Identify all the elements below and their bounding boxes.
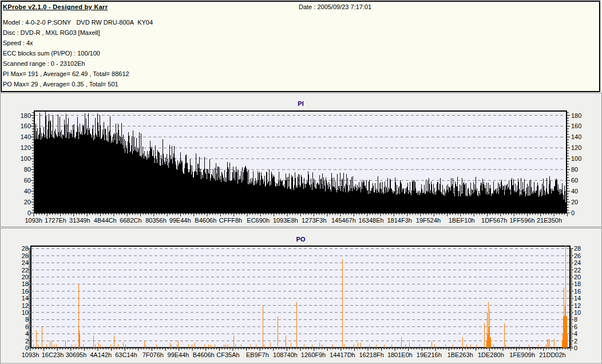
svg-text:14: 14 bbox=[22, 295, 29, 302]
svg-text:16348Eh: 16348Eh bbox=[359, 217, 384, 224]
svg-text:2: 2 bbox=[25, 338, 29, 345]
svg-text:4: 4 bbox=[25, 330, 29, 337]
svg-text:1FF596h: 1FF596h bbox=[509, 217, 534, 224]
svg-text:14: 14 bbox=[574, 295, 581, 302]
svg-text:140: 140 bbox=[571, 133, 581, 140]
svg-text:1093h: 1093h bbox=[25, 217, 43, 224]
svg-text:18: 18 bbox=[22, 280, 29, 287]
svg-text:19E216h: 19E216h bbox=[417, 351, 442, 358]
svg-text:12: 12 bbox=[22, 302, 29, 309]
svg-text:CFFF8h: CFFF8h bbox=[219, 217, 242, 224]
svg-text:0: 0 bbox=[27, 209, 31, 216]
svg-text:Speed : 4x: Speed : 4x bbox=[3, 39, 33, 46]
svg-text:99E44h: 99E44h bbox=[169, 217, 191, 224]
svg-text:1BE263h: 1BE263h bbox=[447, 351, 473, 358]
svg-text:1260F9h: 1260F9h bbox=[301, 351, 326, 358]
svg-text:28: 28 bbox=[22, 245, 29, 252]
svg-text:10: 10 bbox=[22, 309, 29, 316]
svg-text:B4606h: B4606h bbox=[193, 351, 215, 358]
svg-text:PO Max= 29 , Average= 0.35 , T: PO Max= 29 , Average= 0.35 , Total= 501 bbox=[3, 81, 118, 88]
svg-text:26: 26 bbox=[574, 252, 581, 259]
svg-text:60: 60 bbox=[571, 177, 578, 184]
svg-text:180: 180 bbox=[571, 112, 581, 119]
svg-text:16: 16 bbox=[574, 288, 581, 295]
svg-text:26: 26 bbox=[22, 252, 29, 259]
svg-text:PI: PI bbox=[298, 100, 303, 107]
svg-text:Date : 2005/09/23 7:17:01: Date : 2005/09/23 7:17:01 bbox=[299, 3, 371, 10]
svg-text:160: 160 bbox=[571, 122, 581, 129]
svg-text:1093E8h: 1093E8h bbox=[273, 217, 298, 224]
svg-text:4B44Ch: 4B44Ch bbox=[94, 217, 117, 224]
svg-text:10: 10 bbox=[574, 309, 581, 316]
svg-text:1FE909h: 1FE909h bbox=[509, 351, 535, 358]
svg-text:80356h: 80356h bbox=[145, 217, 167, 224]
svg-text:20: 20 bbox=[24, 199, 31, 205]
svg-text:8: 8 bbox=[25, 316, 29, 323]
svg-text:1273F3h: 1273F3h bbox=[302, 217, 326, 224]
svg-text:108740h: 108740h bbox=[273, 351, 298, 358]
svg-text:1814F3h: 1814F3h bbox=[387, 217, 411, 224]
svg-text:CF35Ah: CF35Ah bbox=[216, 351, 239, 358]
svg-text:PI Max= 191 , Average= 62.49 ,: PI Max= 191 , Average= 62.49 , Total= 88… bbox=[3, 70, 129, 77]
svg-text:20: 20 bbox=[22, 274, 29, 280]
svg-text:140: 140 bbox=[21, 133, 31, 140]
svg-text:B4606h: B4606h bbox=[195, 217, 216, 224]
svg-text:100: 100 bbox=[571, 155, 581, 162]
svg-text:180: 180 bbox=[21, 112, 31, 119]
svg-text:1727Eh: 1727Eh bbox=[45, 217, 66, 224]
svg-text:Scanned range : 0 - 23102Eh: Scanned range : 0 - 23102Eh bbox=[3, 60, 85, 67]
svg-text:16: 16 bbox=[22, 288, 29, 295]
svg-text:19F524h: 19F524h bbox=[416, 217, 441, 224]
svg-text:14417Dh: 14417Dh bbox=[330, 351, 355, 358]
svg-text:40: 40 bbox=[571, 188, 578, 195]
svg-text:Disc : DVD-R , MXL RG03 [Maxel: Disc : DVD-R , MXL RG03 [Maxell] bbox=[3, 29, 100, 36]
svg-text:20: 20 bbox=[571, 199, 578, 205]
svg-text:6: 6 bbox=[574, 323, 577, 330]
svg-text:0: 0 bbox=[571, 209, 575, 216]
svg-text:7F076h: 7F076h bbox=[142, 351, 164, 358]
svg-text:100: 100 bbox=[21, 155, 31, 162]
svg-text:80: 80 bbox=[571, 166, 578, 173]
svg-text:1DE280h: 1DE280h bbox=[478, 351, 504, 358]
svg-text:PO: PO bbox=[296, 236, 306, 243]
svg-text:120: 120 bbox=[21, 144, 31, 151]
svg-text:1093h: 1093h bbox=[22, 351, 39, 358]
svg-text:EC690h: EC690h bbox=[247, 217, 270, 224]
svg-text:80: 80 bbox=[24, 166, 31, 173]
svg-text:16218Fh: 16218Fh bbox=[359, 351, 383, 358]
svg-text:4: 4 bbox=[574, 330, 577, 337]
svg-text:0: 0 bbox=[25, 345, 29, 351]
svg-text:31349h: 31349h bbox=[69, 217, 90, 224]
svg-text:ECC blocks sum (PI/PO) : 100/1: ECC blocks sum (PI/PO) : 100/100 bbox=[3, 50, 100, 57]
svg-text:6682Ch: 6682Ch bbox=[120, 217, 142, 224]
svg-text:24: 24 bbox=[22, 259, 29, 266]
svg-text:6: 6 bbox=[25, 323, 29, 330]
svg-text:22: 22 bbox=[22, 267, 29, 274]
svg-text:8: 8 bbox=[574, 316, 577, 323]
svg-text:16C23h: 16C23h bbox=[42, 351, 64, 358]
svg-text:4A142h: 4A142h bbox=[90, 351, 112, 358]
svg-text:1DF567h: 1DF567h bbox=[481, 217, 507, 224]
svg-text:2: 2 bbox=[574, 338, 577, 345]
svg-text:18: 18 bbox=[574, 280, 581, 287]
svg-text:Model : 4-0-2-0 P:SONY DVD R: Model : 4-0-2-0 P:SONY DVD RW DRU-800A K… bbox=[3, 19, 153, 26]
svg-text:120: 120 bbox=[571, 144, 581, 151]
svg-text:KProbe v2.1.0 - Designed by Ka: KProbe v2.1.0 - Designed by Karr bbox=[3, 3, 108, 10]
svg-text:1BEF10h: 1BEF10h bbox=[449, 217, 475, 224]
svg-text:22: 22 bbox=[574, 267, 581, 274]
svg-text:24: 24 bbox=[574, 259, 581, 266]
svg-text:145467h: 145467h bbox=[331, 217, 356, 224]
svg-text:63C14h: 63C14h bbox=[115, 351, 137, 358]
svg-text:21DD02h: 21DD02h bbox=[539, 351, 565, 358]
svg-text:28: 28 bbox=[574, 245, 581, 252]
svg-text:1801E0h: 1801E0h bbox=[387, 351, 413, 358]
svg-text:60: 60 bbox=[24, 177, 31, 184]
svg-text:12: 12 bbox=[574, 302, 581, 309]
svg-text:30695h: 30695h bbox=[66, 351, 87, 358]
svg-text:EB9F7h: EB9F7h bbox=[246, 351, 269, 358]
svg-text:20: 20 bbox=[574, 274, 581, 280]
svg-text:40: 40 bbox=[24, 188, 31, 195]
svg-text:160: 160 bbox=[21, 122, 31, 129]
svg-text:21E350h: 21E350h bbox=[537, 217, 562, 224]
svg-text:0: 0 bbox=[574, 345, 577, 351]
